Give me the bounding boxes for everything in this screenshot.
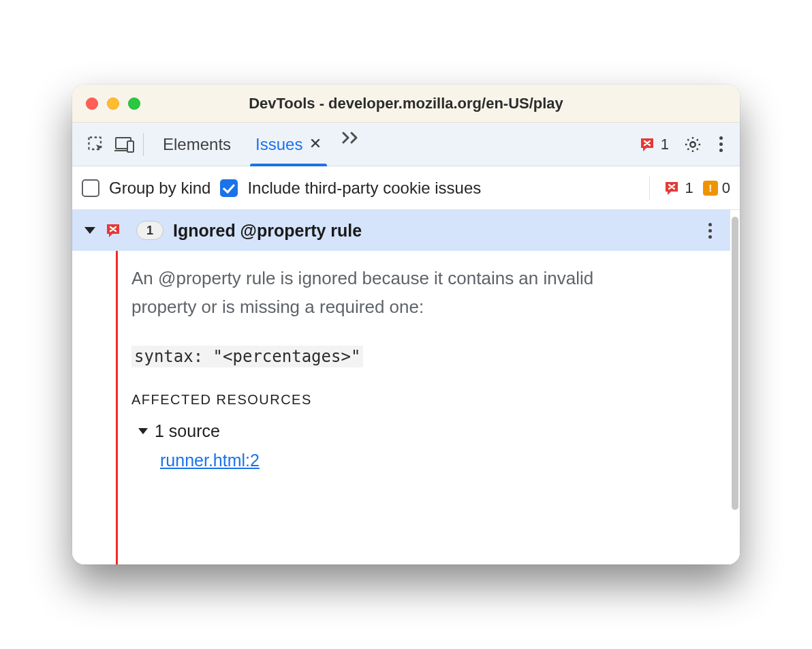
devtools-window: DevTools - developer.mozilla.org/en-US/p… — [72, 85, 740, 564]
window-title: DevTools - developer.mozilla.org/en-US/p… — [72, 95, 740, 112]
sources-caret-icon — [138, 428, 148, 434]
affected-resources-label: AFFECTED RESOURCES — [131, 392, 717, 408]
issue-description: An @property rule is ignored because it … — [131, 265, 649, 321]
more-tabs-icon[interactable] — [338, 123, 366, 151]
sources-toggle[interactable]: 1 source — [138, 421, 717, 441]
scrollbar[interactable] — [730, 210, 740, 564]
more-options-icon[interactable] — [707, 131, 734, 158]
issue-title: Ignored @property rule — [173, 221, 687, 241]
tab-label: Issues — [255, 135, 302, 154]
issue-header[interactable]: 1 Ignored @property rule — [72, 210, 730, 251]
include-thirdparty-checkbox[interactable] — [220, 179, 238, 197]
tabstrip: Elements Issues — [151, 123, 366, 166]
error-badge-icon — [663, 181, 680, 196]
issues-filterbar: Group by kind Include third-party cookie… — [72, 166, 740, 210]
settings-icon[interactable] — [678, 130, 707, 159]
group-by-kind-label: Group by kind — [109, 179, 210, 198]
toolbar-error-count: 1 — [661, 136, 669, 153]
toolbar-divider — [143, 133, 144, 156]
tab-label: Elements — [163, 135, 231, 154]
tab-elements[interactable]: Elements — [151, 123, 243, 166]
svg-rect-3 — [127, 141, 134, 152]
close-tab-icon[interactable] — [309, 137, 322, 151]
issue-body: An @property rule is ignored because it … — [116, 251, 730, 564]
close-window-button[interactable] — [86, 97, 98, 110]
filter-error-count: 1 — [685, 179, 693, 197]
zoom-window-button[interactable] — [128, 97, 140, 110]
device-toolbar-icon[interactable] — [110, 130, 139, 159]
group-by-kind-checkbox[interactable] — [82, 179, 99, 197]
svg-point-4 — [690, 142, 695, 147]
issue-more-icon[interactable] — [696, 217, 723, 244]
include-thirdparty-label: Include third-party cookie issues — [247, 179, 481, 198]
inspect-element-icon[interactable] — [82, 130, 110, 159]
minimize-window-button[interactable] — [107, 97, 119, 110]
tab-issues[interactable]: Issues — [243, 123, 334, 166]
warn-badge-icon — [703, 181, 718, 196]
issue-severity-icon — [105, 223, 121, 238]
issue-count-pill: 1 — [136, 221, 163, 240]
expand-caret-icon[interactable] — [84, 227, 95, 234]
scrollbar-thumb[interactable] — [732, 217, 738, 510]
issue-counts: 1 0 — [663, 179, 731, 197]
sources-count-label: 1 source — [155, 421, 220, 441]
titlebar: DevTools - developer.mozilla.org/en-US/p… — [72, 85, 740, 123]
issues-content: 1 Ignored @property rule An @property ru… — [72, 210, 740, 564]
traffic-lights — [86, 97, 140, 110]
issue-code-snippet: syntax: "<percentages>" — [131, 346, 363, 367]
filter-warn-count: 0 — [722, 179, 730, 197]
filterbar-divider — [649, 177, 650, 200]
source-link[interactable]: runner.html:2 — [160, 451, 260, 470]
error-badge-icon[interactable] — [639, 137, 655, 152]
devtools-toolbar: Elements Issues — [72, 123, 740, 166]
